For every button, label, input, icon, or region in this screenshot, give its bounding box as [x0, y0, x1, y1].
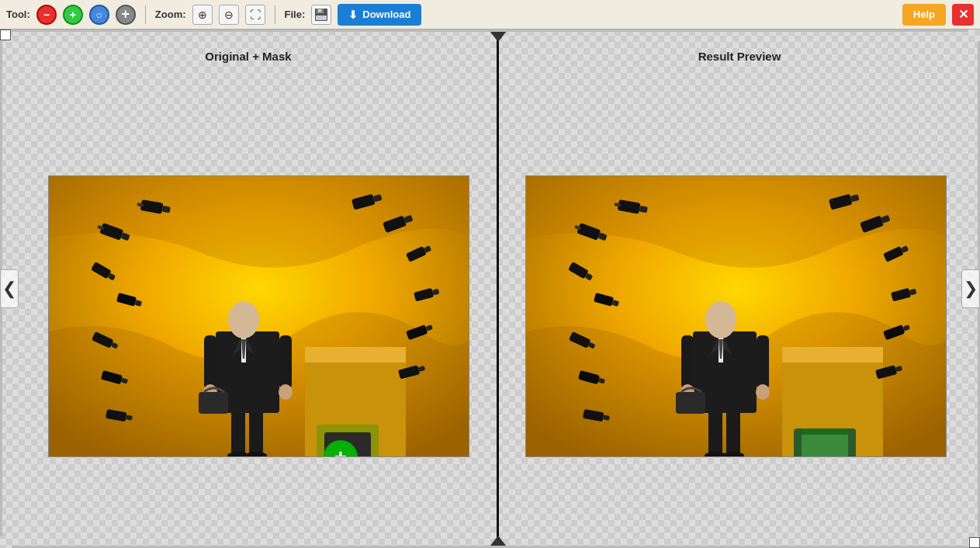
remove-tool-button[interactable]: − [36, 5, 57, 25]
panel-divider[interactable] [497, 29, 499, 548]
left-arrow-button[interactable]: ❮ [0, 269, 19, 308]
fit-button[interactable]: ⛶ [245, 5, 265, 25]
download-arrow-icon: ⬇ [348, 9, 358, 21]
svg-rect-3 [316, 16, 327, 20]
left-panel-label: Original + Mask [0, 50, 497, 63]
left-chevron-icon: ❮ [2, 279, 16, 299]
original-image-panel: + [48, 175, 469, 457]
svg-marker-6 [305, 347, 406, 362]
floppy-icon [314, 8, 328, 22]
download-button[interactable]: ⬇ Download [338, 4, 421, 26]
svg-point-68 [756, 384, 770, 400]
close-button[interactable]: ✕ [952, 4, 974, 26]
zoom-label: Zoom: [155, 9, 186, 20]
svg-rect-65 [681, 335, 694, 390]
svg-rect-56 [726, 409, 740, 456]
help-button[interactable]: Help [902, 4, 946, 26]
main-canvas: Original + Mask Result Preview [0, 29, 980, 548]
edge-top [12, 29, 968, 32]
svg-rect-55 [708, 409, 722, 456]
save-button[interactable] [311, 5, 331, 25]
download-label: Download [362, 9, 410, 20]
corner-handle-tl[interactable] [0, 29, 11, 40]
svg-point-16 [228, 301, 259, 338]
svg-rect-8 [249, 409, 263, 456]
svg-point-64 [705, 301, 736, 338]
svg-rect-99 [802, 432, 848, 457]
right-panel-label: Result Preview [499, 50, 980, 63]
circle-tool-button[interactable]: ○ [89, 5, 109, 25]
result-image-panel [525, 175, 947, 457]
extra-tool-button[interactable]: + [116, 5, 136, 25]
result-scene-svg [526, 176, 947, 457]
zoom-in-button[interactable]: ⊕ [192, 5, 213, 25]
svg-rect-66 [757, 335, 769, 390]
separator-1 [145, 5, 146, 24]
right-chevron-icon: ❯ [964, 279, 978, 299]
corner-handle-br[interactable] [969, 537, 980, 548]
svg-marker-54 [782, 347, 883, 362]
zoom-out-button[interactable]: ⊖ [219, 5, 239, 25]
add-tool-button[interactable]: + [63, 5, 83, 25]
tool-label: Tool: [6, 9, 30, 20]
svg-rect-69 [676, 392, 705, 414]
original-scene-svg [49, 176, 469, 457]
right-arrow-button[interactable]: ❯ [961, 269, 980, 308]
svg-rect-21 [199, 392, 228, 414]
svg-rect-17 [204, 335, 216, 390]
svg-rect-2 [318, 9, 321, 12]
svg-rect-7 [231, 409, 245, 456]
separator-2 [275, 5, 275, 24]
file-label: File: [285, 9, 306, 20]
svg-rect-18 [279, 335, 292, 390]
svg-point-20 [279, 384, 293, 400]
toolbar: Tool: − + ○ + Zoom: ⊕ ⊖ ⛶ File: ⬇ Downlo… [0, 0, 980, 29]
svg-rect-100 [802, 428, 848, 435]
